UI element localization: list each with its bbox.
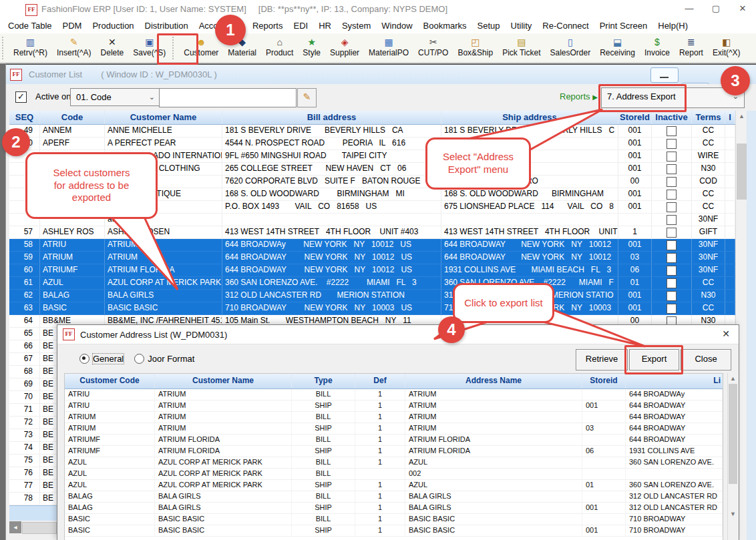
menu-item-pdm[interactable]: PDM — [57, 19, 87, 33]
table-row[interactable]: 63BASICBASIC BASIC710 BROADWAY NEW YORK … — [9, 302, 735, 315]
address-row[interactable]: BASICBASIC BASICBILL1BASIC BASIC710 BROA… — [65, 514, 723, 525]
toolbar-button-materialpo[interactable]: ▦MaterialPO — [364, 33, 413, 63]
toolbar-button-exit-x-[interactable]: ◧Exit(^X) — [708, 33, 745, 63]
address-row[interactable]: ATRIUMATRIUMSHIP1ATRIUM03644 BROADWAY — [65, 423, 723, 435]
search-by-dropdown[interactable]: 01. Code ⌄ — [70, 88, 161, 106]
menu-item-hr[interactable]: HR — [313, 19, 337, 33]
retrieve-button[interactable]: Retrieve — [576, 349, 628, 370]
table-row[interactable]: 50APERFA PERFECT PEAR4544 N. PROSPECT RO… — [9, 138, 735, 150]
column-header-customer-name[interactable]: Customer Name — [105, 111, 222, 124]
reports-link[interactable]: Reports ▶ — [560, 91, 598, 101]
table-row[interactable]: 49ANNEMANNE MICHELLE181 S BEVERLY DRIVE … — [9, 125, 735, 138]
table-row[interactable]: 57ASHLEY ROSASHLEY ROSEN413 WEST 14TH ST… — [9, 226, 735, 239]
menu-item-utility[interactable]: Utility — [506, 19, 538, 33]
maximize-icon[interactable]: ▢ — [703, 0, 729, 17]
child-minimize-button[interactable] — [650, 67, 679, 83]
menu-item-re-connect[interactable]: Re-Connect — [537, 19, 594, 33]
toolbar-button-insert-a-[interactable]: ✎Insert(^A) — [52, 33, 96, 63]
address-row[interactable]: BALAGBALA GIRLSBILL1BALA GIRLS312 OLD LA… — [65, 491, 723, 503]
column-header-inactive[interactable]: Inactive — [652, 111, 692, 124]
toolbar-button-style[interactable]: ★Style — [298, 33, 325, 63]
address-row[interactable]: ATRIUMFATRIUM FLORIDASHIP1ATRIUM FLORIDA… — [65, 446, 723, 457]
column-header-i[interactable]: I — [725, 111, 735, 124]
address-row[interactable]: BALAGBALA GIRLSSHIP1BALA GIRLS001312 OLD… — [65, 503, 723, 514]
address-row[interactable]: AZULAZUL CORP AT MERICK PARKBILL1AZUL360… — [65, 457, 723, 469]
table-row[interactable]: 59ATRIUMATRIUM644 BROADWAY NEW YORK NY 1… — [9, 252, 735, 264]
table-row[interactable]: 60ATRIUMFATRIUM FLORIDA644 BROADWAY NEW … — [9, 264, 735, 277]
dialog-column-header-def[interactable]: Def — [355, 374, 405, 388]
menu-item-bookmarks[interactable]: Bookmarks — [418, 19, 472, 33]
inactive-checkbox[interactable] — [667, 291, 677, 301]
scroll-left-icon[interactable]: ◂ — [9, 521, 21, 533]
minimize-icon[interactable]: — — [676, 0, 703, 17]
menu-item-distribution[interactable]: Distribution — [140, 19, 194, 33]
inactive-checkbox[interactable] — [667, 202, 677, 212]
inactive-checkbox[interactable] — [667, 278, 677, 288]
column-header-seq[interactable]: SEQ — [9, 111, 40, 124]
inactive-checkbox[interactable] — [667, 228, 677, 238]
table-row[interactable]: 58ATRIUATRIUM644 BROADWAy NEW YORK NY 10… — [9, 239, 735, 252]
inactive-checkbox[interactable] — [667, 190, 677, 200]
menu-item-setup[interactable]: Setup — [472, 19, 506, 33]
toolbar-button-pick-ticket[interactable]: ▤Pick Ticket — [498, 33, 545, 63]
menu-item-help-h-[interactable]: Help(H) — [652, 19, 693, 33]
menu-item-system[interactable]: System — [337, 19, 376, 33]
table-row[interactable]: 62BALAGBALA GIRLS312 OLD LANCASTER RD ME… — [9, 290, 735, 302]
toolbar-button-supplier[interactable]: ◈Supplier — [325, 33, 364, 63]
horizontal-scrollbar[interactable]: ◂ — [9, 521, 57, 533]
column-header-code[interactable]: Code — [40, 111, 105, 124]
menu-item-production[interactable]: Production — [87, 19, 139, 33]
address-row[interactable]: ATRIUATRIUMBILL1ATRIUM644 BROADWAy — [65, 389, 723, 400]
dialog-column-header-customer-code[interactable]: Customer Code — [65, 374, 155, 388]
inactive-checkbox[interactable] — [667, 266, 677, 276]
dialog-vertical-scrollbar[interactable]: ▲ ▼ — [727, 373, 738, 540]
scrollbar-thumb[interactable] — [737, 144, 747, 200]
menu-item-edi[interactable]: EDI — [288, 19, 313, 33]
inactive-checkbox[interactable] — [667, 240, 677, 250]
address-row[interactable]: BASICBASIC BASICSHIP1BASIC BASIC001710 B… — [65, 525, 723, 537]
toolbar-button-salesorder[interactable]: ▯SalesOrder — [546, 33, 596, 63]
toolbar-button-retrv-r-[interactable]: ▥Retrv(^R) — [9, 33, 52, 63]
scrollbar-thumb[interactable] — [729, 384, 737, 484]
active-only-checkbox[interactable]: ✓ — [15, 91, 27, 103]
column-header-terms[interactable]: Terms — [692, 111, 725, 124]
toolbar-button-invoice[interactable]: $Invoice — [640, 33, 675, 63]
scrollbar-thumb[interactable] — [22, 522, 57, 534]
dialog-column-header-type[interactable]: Type — [292, 374, 355, 388]
menu-item-window[interactable]: Window — [376, 19, 417, 33]
inactive-checkbox[interactable] — [667, 304, 677, 314]
close-icon[interactable]: ✕ — [716, 325, 736, 343]
toolbar-button-product[interactable]: ⌂Product — [261, 33, 298, 63]
joor-format-radio[interactable] — [134, 354, 144, 364]
inactive-checkbox[interactable] — [667, 253, 677, 263]
menu-item-code-table[interactable]: Code Table — [3, 19, 57, 33]
column-header-storeid[interactable]: StoreId — [618, 111, 652, 124]
general-radio-label[interactable]: General — [93, 354, 124, 364]
inactive-checkbox[interactable] — [667, 215, 677, 225]
column-header-bill-address[interactable]: Bill address — [222, 111, 441, 124]
address-row[interactable]: ATRIUMFATRIUM FLORIDABILL1ATRIUM FLORIDA… — [65, 435, 723, 446]
scroll-up-icon[interactable]: ▲ — [736, 111, 747, 122]
address-row[interactable]: AZULAZUL CORP AT MERICK PARKSHIP1AZUL013… — [65, 480, 723, 491]
toolbar-button-box-ship[interactable]: ◰Box&Ship — [453, 33, 498, 63]
toolbar-button-delete[interactable]: ✕Delete — [96, 33, 129, 63]
clear-search-button[interactable]: ✎ — [297, 88, 317, 107]
toolbar-button-report[interactable]: ≣Report — [675, 33, 708, 63]
inactive-checkbox[interactable] — [667, 139, 677, 149]
scroll-down-icon[interactable]: ▼ — [728, 509, 738, 520]
menu-item-print-screen[interactable]: Print Screen — [594, 19, 653, 33]
inactive-checkbox[interactable] — [667, 152, 677, 162]
address-row[interactable]: ATRIUATRIUMSHIP1ATRIUM001644 BROADWAY — [65, 400, 723, 412]
dialog-column-header-li[interactable]: Li — [626, 374, 723, 388]
inactive-checkbox[interactable] — [667, 126, 677, 136]
menu-item-reports[interactable]: Reports — [247, 19, 289, 33]
address-row[interactable]: ATRIUMATRIUMBILL1ATRIUM644 BROADWAY — [65, 412, 723, 423]
joor-format-radio-label[interactable]: Joor Format — [148, 354, 194, 364]
general-radio[interactable] — [79, 354, 89, 364]
inactive-checkbox[interactable] — [667, 177, 677, 187]
scroll-up-icon[interactable]: ▲ — [728, 373, 738, 384]
toolbar-button-receiving[interactable]: ⬓Receiving — [595, 33, 640, 63]
inactive-checkbox[interactable] — [667, 164, 677, 174]
close-button[interactable]: Close — [681, 349, 731, 370]
column-header-ship-address[interactable]: Ship address — [441, 111, 618, 124]
